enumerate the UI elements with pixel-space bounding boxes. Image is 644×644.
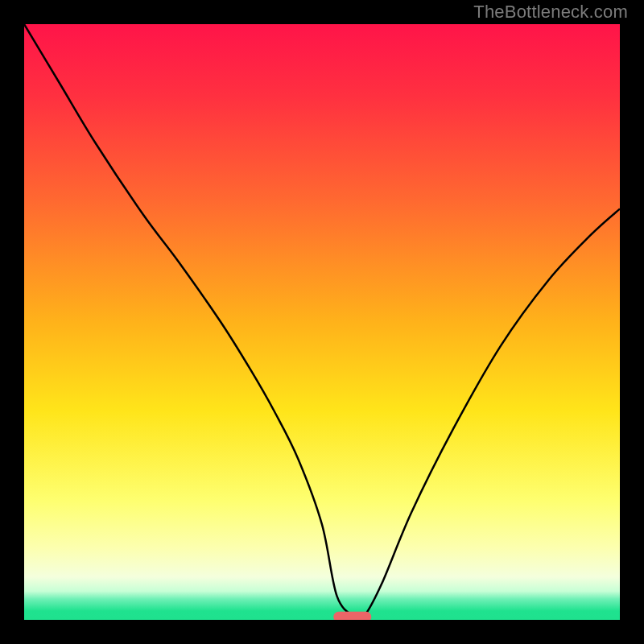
watermark-text: TheBottleneck.com — [473, 2, 628, 23]
plot-area — [24, 24, 620, 620]
gradient-background — [24, 24, 620, 620]
chart-frame: TheBottleneck.com — [0, 0, 644, 644]
chart-svg — [24, 24, 620, 620]
